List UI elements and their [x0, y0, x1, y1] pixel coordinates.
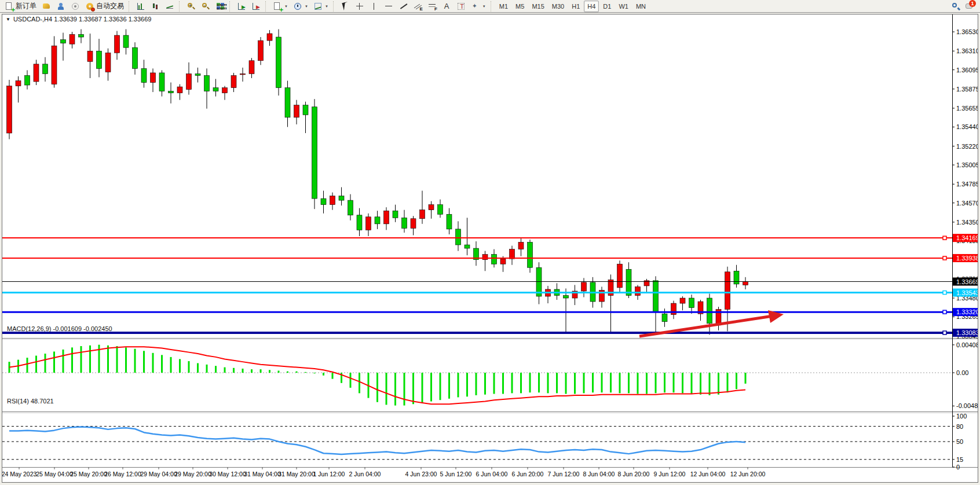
signals-button[interactable] [68, 1, 82, 12]
svg-text:1.36310: 1.36310 [956, 47, 978, 54]
shapes-button[interactable]: ✦▼ [469, 1, 488, 12]
periods-button[interactable]: ▼ [291, 1, 310, 12]
timeframe-m30-button[interactable]: M30 [548, 1, 568, 12]
new-order-button[interactable]: ＋ 新订单 [2, 1, 39, 12]
fibonacci-button[interactable]: F [425, 1, 439, 12]
svg-text:80: 80 [956, 423, 963, 430]
text-icon: A [442, 2, 451, 11]
channel-button[interactable]: E [411, 1, 425, 12]
trendline-button[interactable] [396, 1, 410, 12]
chart-shift-button[interactable]: ▶ [249, 1, 263, 12]
notification-badge: 1 [969, 0, 976, 7]
toolbar-separator [333, 1, 336, 12]
templates-button[interactable]: ▼ [311, 1, 331, 12]
svg-text:29 May 04:00: 29 May 04:00 [140, 471, 177, 477]
auto-scroll-icon: ▶ [237, 2, 246, 11]
chat-icon: 1 [965, 2, 974, 11]
main-toolbar: ＋ 新订单 自动交易 + − ▶ ▶ ＋▼ ▼ ▼ E F A T ✦▼ M1 … [0, 0, 980, 13]
crosshair-icon [355, 2, 364, 11]
svg-text:-0.004872: -0.004872 [956, 402, 978, 409]
svg-text:1.34570: 1.34570 [956, 200, 978, 207]
line-handle [943, 310, 946, 314]
signal-icon [71, 2, 80, 11]
search-button[interactable] [949, 1, 963, 12]
indicators-button[interactable]: ＋▼ [270, 1, 290, 12]
zoom-in-icon: + [187, 2, 196, 11]
text-button[interactable]: A [440, 1, 454, 12]
timeframe-h1-button[interactable]: H1 [568, 1, 583, 12]
auto-trading-label: 自动交易 [96, 1, 124, 11]
chart-title-row: ▼ USDCAD-,H4 1.33639 1.33687 1.33636 1.3… [6, 15, 151, 23]
editor-icon [42, 2, 51, 11]
template-icon [313, 2, 323, 11]
auto-scroll-button[interactable]: ▶ [235, 1, 248, 12]
auto-trading-icon [85, 2, 94, 11]
clock-icon [293, 2, 302, 11]
toolbar-separator [265, 1, 268, 12]
svg-text:6 Jun 20:00: 6 Jun 20:00 [512, 471, 544, 477]
svg-text:0: 0 [956, 464, 960, 471]
svg-text:8 Jun 20:00: 8 Jun 20:00 [618, 471, 650, 477]
rsi-label: RSI(14) 48.7021 [7, 398, 54, 405]
svg-text:31 May 20:00: 31 May 20:00 [278, 471, 315, 477]
svg-text:30 May 12:00: 30 May 12:00 [209, 471, 246, 477]
cursor-button[interactable] [338, 1, 352, 12]
timeframe-m1-button[interactable]: M1 [496, 1, 511, 12]
svg-text:1.35875: 1.35875 [956, 86, 978, 93]
svg-text:0.00: 0.00 [956, 369, 968, 376]
price-badge-text: 1.34169 [956, 234, 978, 241]
svg-text:6 Jun 04:00: 6 Jun 04:00 [476, 471, 508, 477]
svg-text:1 Jun 12:00: 1 Jun 12:00 [313, 471, 345, 477]
timeframe-m5-button[interactable]: M5 [512, 1, 528, 12]
svg-text:50: 50 [956, 438, 963, 445]
svg-text:9 Jun 12:00: 9 Jun 12:00 [654, 471, 686, 477]
notifications-button[interactable]: 1 [963, 1, 977, 12]
zoom-out-button[interactable]: − [199, 1, 213, 12]
auto-trading-button[interactable]: 自动交易 [83, 1, 126, 12]
svg-text:0.004084: 0.004084 [956, 341, 978, 348]
timeframe-d1-button[interactable]: D1 [599, 1, 615, 12]
svg-text:1.36095: 1.36095 [956, 67, 978, 74]
crosshair-button[interactable] [353, 1, 367, 12]
tile-windows-button[interactable] [213, 1, 227, 12]
bar-chart-icon [136, 2, 145, 11]
toolbar-separator [229, 1, 232, 12]
svg-text:100: 100 [956, 413, 967, 420]
timeframe-h4-button[interactable]: H4 [584, 1, 599, 12]
collapse-toggle-icon[interactable]: ▼ [6, 17, 10, 22]
line-handle [943, 236, 946, 240]
line-chart-button[interactable] [163, 1, 177, 12]
timeframe-mn-button[interactable]: MN [632, 1, 649, 12]
timeframe-m15-button[interactable]: M15 [528, 1, 547, 12]
metaeditor-button[interactable] [39, 1, 53, 12]
svg-text:2 Jun 04:00: 2 Jun 04:00 [349, 471, 381, 477]
svg-text:1.36530: 1.36530 [956, 28, 978, 35]
timeframe-w1-button[interactable]: W1 [615, 1, 632, 12]
candlestick-chart-button[interactable] [148, 1, 162, 12]
profile-button[interactable] [54, 1, 68, 12]
line-chart-icon [165, 2, 174, 11]
shapes-icon: ✦ [471, 2, 480, 11]
line-handle [943, 331, 946, 335]
vertical-line-button[interactable] [367, 1, 381, 12]
svg-text:7 Jun 12:00: 7 Jun 12:00 [548, 471, 580, 477]
chart-shift-icon: ▶ [251, 2, 261, 11]
chart-canvas[interactable]: 1.365301.363101.360951.358751.356551.354… [2, 14, 978, 482]
toolbar-separator [491, 1, 493, 12]
horizontal-line-button[interactable] [382, 1, 396, 12]
zoom-in-button[interactable]: + [184, 1, 198, 12]
svg-text:4 Jun 23:00: 4 Jun 23:00 [405, 471, 437, 477]
svg-text:1.34785: 1.34785 [956, 181, 978, 188]
svg-text:1.35440: 1.35440 [956, 123, 978, 130]
tile-windows-icon [215, 2, 225, 11]
price-badge-text: 1.33938 [956, 255, 978, 262]
horizontal-line-icon [384, 2, 393, 11]
text-label-button[interactable]: T [454, 1, 468, 12]
toolbar-separator [129, 1, 131, 12]
svg-text:1.35655: 1.35655 [956, 105, 978, 112]
svg-text:8 Jun 04:00: 8 Jun 04:00 [583, 471, 615, 477]
bar-chart-button[interactable] [134, 1, 148, 12]
trendline-icon [398, 2, 408, 11]
svg-text:12 Jun 20:00: 12 Jun 20:00 [730, 471, 766, 477]
vertical-line-icon [370, 2, 379, 11]
